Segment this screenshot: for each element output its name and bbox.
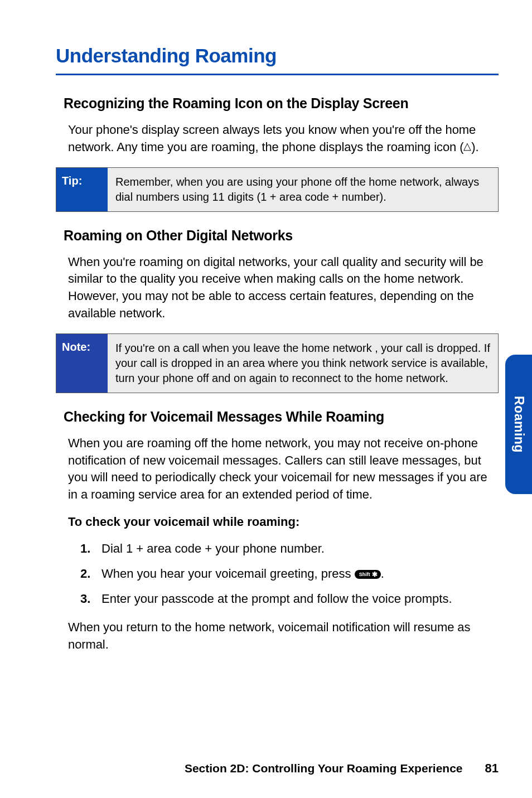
steps-list: 1. Dial 1 + area code + your phone numbe… [80,539,499,608]
list-item: 1. Dial 1 + area code + your phone numbe… [80,539,499,558]
step-number: 3. [80,589,101,608]
page-title: Understanding Roaming [56,45,499,75]
step-text: Dial 1 + area code + your phone number. [101,539,325,558]
side-tab: Roaming [505,355,532,494]
section-heading-other-networks: Roaming on Other Digital Networks [64,228,499,244]
paragraph: When you're roaming on digital networks,… [68,254,499,322]
page-footer: Section 2D: Controlling Your Roaming Exp… [56,761,499,776]
note-body: If you're on a call when you leave the h… [108,334,498,393]
sub-heading: To check your voicemail while roaming: [68,515,499,529]
paragraph: When you return to the home network, voi… [68,619,499,654]
paragraph: When you are roaming off the home networ… [68,435,499,504]
note-callout: Note: If you're on a call when you leave… [56,333,499,393]
footer-section-title: Section 2D: Controlling Your Roaming Exp… [185,762,463,775]
shift-key-icon: Shift✱ [355,570,381,579]
tip-body: Remember, when you are using your phone … [108,168,498,211]
step-text: When you hear your voicemail greeting, p… [101,564,384,583]
side-tab-label: Roaming [511,396,526,453]
list-item: 3. Enter your passcode at the prompt and… [80,589,499,608]
section-heading-recognizing: Recognizing the Roaming Icon on the Disp… [64,95,499,112]
paragraph: Your phone's display screen always lets … [68,122,499,156]
step-number: 2. [80,564,101,583]
text: ). [471,140,478,154]
step-text: Enter your passcode at the prompt and fo… [101,589,452,608]
text: . [381,567,384,581]
footer-page-number: 81 [485,761,499,776]
tip-callout: Tip: Remember, when you are using your p… [56,167,499,212]
list-item: 2. When you hear your voicemail greeting… [80,564,499,583]
roaming-icon: △ [463,139,471,153]
section-heading-voicemail: Checking for Voicemail Messages While Ro… [64,409,499,425]
note-label: Note: [56,334,108,393]
tip-label: Tip: [56,168,108,211]
asterisk-icon: ✱ [372,571,378,578]
text: When you hear your voicemail greeting, p… [101,567,355,581]
shift-label: Shift [359,572,370,577]
text: Your phone's display screen always lets … [68,123,476,154]
step-number: 1. [80,539,101,558]
